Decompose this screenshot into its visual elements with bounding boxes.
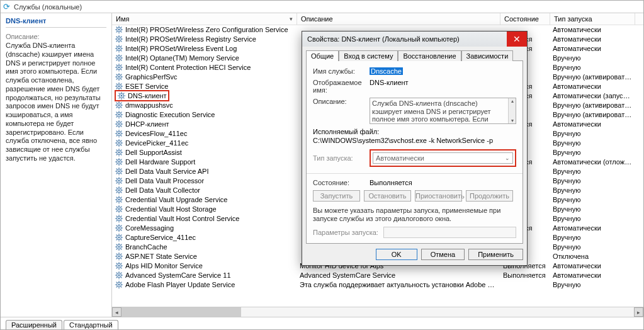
scroll-left-icon[interactable]: ◂ (112, 307, 121, 317)
svg-point-61 (118, 86, 120, 87)
svg-line-169 (121, 178, 121, 179)
service-start-cell: Вручную (550, 54, 635, 62)
svg-point-261 (118, 275, 120, 276)
params-input[interactable] (383, 227, 516, 238)
dialog-tab-dependencies[interactable]: Зависимости (461, 50, 514, 61)
svg-point-251 (118, 265, 120, 266)
horizontal-scrollbar[interactable]: ◂ ▸ (112, 307, 643, 317)
gear-icon (115, 242, 123, 251)
svg-line-58 (116, 79, 117, 79)
svg-line-76 (119, 93, 120, 94)
gear-icon (115, 44, 123, 53)
value-display-name: DNS-клиент (370, 79, 516, 86)
svg-line-199 (121, 207, 121, 207)
close-icon[interactable]: ✕ (507, 31, 527, 47)
svg-line-57 (121, 79, 121, 79)
scroll-down-icon[interactable]: ▾ (509, 118, 516, 123)
column-header-name[interactable]: Имя▾ (112, 13, 297, 25)
scroll-thumb[interactable] (121, 307, 241, 317)
dialog-tab-logon[interactable]: Вход в систему (339, 50, 398, 61)
svg-line-249 (121, 254, 121, 254)
svg-line-36 (116, 55, 117, 56)
svg-point-271 (118, 284, 120, 285)
selected-service-title: DNS-клиент (6, 17, 106, 25)
start-type-select[interactable]: Автоматически⌄ (373, 152, 513, 164)
svg-line-179 (121, 188, 121, 188)
service-start-cell: Отключена (550, 253, 635, 260)
svg-line-137 (121, 154, 121, 155)
svg-point-121 (118, 142, 120, 144)
svg-line-68 (116, 88, 117, 89)
service-name: GraphicsPerfSvc (125, 73, 178, 81)
svg-line-16 (116, 37, 117, 37)
service-name: ASP.NET State Service (125, 253, 197, 260)
service-name: DNS-клиент (128, 92, 167, 100)
svg-line-139 (121, 150, 121, 151)
svg-point-81 (118, 105, 120, 106)
svg-line-27 (121, 50, 121, 51)
svg-line-269 (121, 273, 121, 273)
resume-button[interactable]: Продолжить (466, 190, 513, 202)
column-header-state[interactable]: Состояние (500, 13, 550, 25)
svg-line-206 (116, 216, 117, 217)
svg-line-117 (121, 135, 121, 136)
svg-point-21 (118, 48, 120, 49)
dialog-tab-recovery[interactable]: Восстановление (398, 50, 461, 61)
svg-line-127 (121, 145, 121, 145)
tab-extended[interactable]: Расширенный (6, 320, 62, 329)
label-params: Параметры запуска: (313, 229, 378, 236)
description-box[interactable]: Служба DNS-клиента (dnscache) кэширует и… (370, 98, 516, 124)
gear-icon (115, 252, 123, 261)
svg-point-91 (118, 114, 120, 115)
label-start-type: Тип запуска: (313, 154, 370, 162)
stop-button[interactable]: Остановить (364, 190, 411, 202)
service-name: dmwappushsvc (125, 101, 173, 109)
service-start-cell: Автоматически (550, 120, 635, 128)
service-name: Intel(R) Content Protection HECI Service (125, 64, 251, 71)
svg-line-246 (116, 254, 117, 254)
tab-standard[interactable]: Стандартный (64, 320, 118, 329)
table-row[interactable]: Adobe Flash Player Update ServiceЭта слу… (112, 280, 643, 290)
svg-point-201 (118, 218, 120, 219)
label-description: Описание: (313, 98, 370, 105)
start-button[interactable]: Запустить (313, 190, 360, 202)
svg-point-1 (118, 29, 120, 30)
gear-icon (115, 54, 123, 62)
gear-icon (115, 72, 123, 81)
apply-button[interactable]: Применить (468, 249, 523, 260)
ok-button[interactable]: OK (376, 249, 417, 260)
svg-point-41 (118, 67, 120, 68)
dialog-tab-general[interactable]: Общие (306, 50, 339, 61)
gear-icon (115, 35, 123, 43)
svg-line-107 (121, 126, 121, 127)
svg-line-278 (116, 287, 117, 287)
service-name: Credential Vault Host Storage (125, 205, 217, 213)
svg-line-97 (121, 117, 121, 117)
scroll-right-icon[interactable]: ▸ (634, 307, 643, 317)
refresh-icon[interactable]: ⟳ (3, 2, 10, 11)
window-title: Службы (локальные) (14, 3, 82, 11)
service-desc-cell: Эта служба поддерживает актуальность уст… (297, 281, 500, 288)
svg-line-87 (121, 107, 121, 108)
svg-point-211 (118, 227, 120, 229)
table-row[interactable]: Advanced SystemCare Service 11Advanced S… (112, 271, 643, 280)
service-name: Dell SupportAssist (125, 149, 182, 156)
svg-line-47 (121, 69, 121, 70)
svg-line-217 (121, 230, 121, 230)
svg-point-221 (118, 237, 120, 238)
svg-line-19 (121, 37, 121, 37)
column-header-start[interactable]: Тип запуска (550, 13, 635, 25)
svg-line-116 (116, 131, 117, 132)
service-start-cell: Вручную (550, 130, 635, 137)
service-name: ESET Service (125, 82, 168, 90)
pause-button[interactable]: Приостановить (415, 190, 462, 202)
svg-line-238 (116, 249, 117, 249)
svg-line-129 (121, 140, 121, 141)
scroll-up-icon[interactable]: ▴ (509, 98, 516, 104)
cancel-button[interactable]: Отмена (421, 249, 465, 260)
svg-line-26 (116, 46, 117, 47)
gear-icon (115, 224, 123, 232)
gear-icon (115, 280, 123, 289)
column-header-description[interactable]: Описание (297, 13, 500, 25)
service-start-cell: Вручную (550, 177, 635, 185)
